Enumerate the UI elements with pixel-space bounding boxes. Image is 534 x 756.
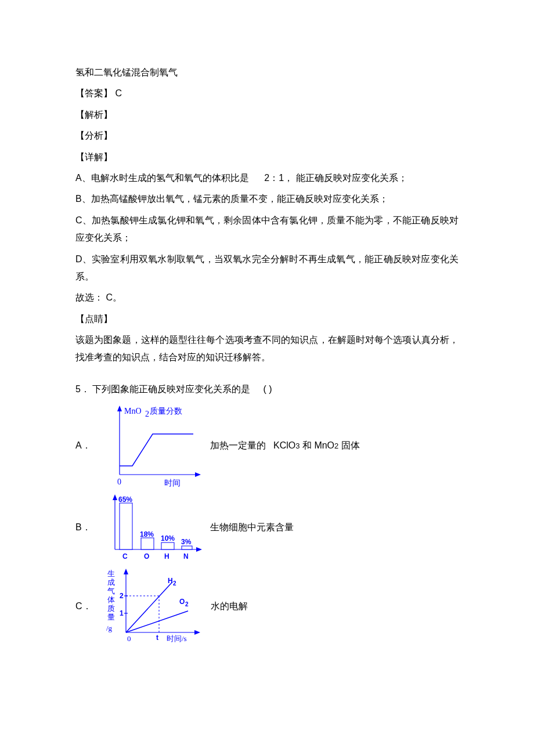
q5-option-b: B． 65% 18% 10% 3% C O H N 生物细胞中元素含量 bbox=[75, 492, 459, 563]
svg-text:3%: 3% bbox=[181, 538, 192, 546]
explain-d-text: D、实验室利用双氧水制取氧气，当双氧水完全分解时不再生成氧气，能正确反映对应变化… bbox=[75, 254, 459, 281]
svg-rect-13 bbox=[120, 503, 132, 549]
answer-line: 【答案】 C bbox=[75, 85, 459, 102]
svg-text:2: 2 bbox=[120, 592, 124, 600]
opt-a-kclo3-sub: 3 bbox=[295, 442, 300, 450]
svg-rect-15 bbox=[141, 538, 154, 549]
chart-b: 65% 18% 10% 3% C O H N bbox=[103, 492, 205, 563]
option-a-text: 加热一定量的 KClO3 和 MnO2 固体 bbox=[210, 437, 360, 454]
svg-text:成: 成 bbox=[107, 578, 115, 587]
svg-marker-10 bbox=[113, 494, 117, 500]
svg-text:O: O bbox=[179, 598, 185, 606]
svg-marker-12 bbox=[196, 547, 202, 552]
svg-rect-19 bbox=[182, 546, 192, 549]
svg-text:气: 气 bbox=[107, 587, 115, 595]
opt-a-mno2-sub: 2 bbox=[334, 442, 338, 450]
svg-text:2: 2 bbox=[173, 580, 176, 587]
opt-a-kclo3: KClO bbox=[273, 440, 295, 450]
svg-text:体: 体 bbox=[107, 595, 115, 604]
option-letter-b: B． bbox=[75, 519, 91, 536]
svg-text:O: O bbox=[144, 552, 149, 560]
answer-label: 【答案】 bbox=[75, 88, 113, 98]
fenxi-label: 【分析】 bbox=[75, 127, 459, 144]
q5-option-c: C． 生 成 气 体 质 量 /g 1 2 bbox=[75, 565, 459, 648]
choose-line: 故选： C。 bbox=[75, 289, 459, 306]
explain-a-ratio: 2：1， bbox=[264, 173, 293, 183]
svg-text:时间: 时间 bbox=[164, 479, 181, 487]
explain-c-text: C、加热氯酸钾生成氯化钾和氧气，剩余固体中含有氯化钾，质量不能为零，不能正确反映… bbox=[75, 215, 459, 243]
svg-text:质: 质 bbox=[107, 604, 115, 613]
svg-text:t: t bbox=[156, 634, 158, 642]
q5-stem: 5． 下列图象能正确反映对应变化关系的是 ( ) bbox=[75, 381, 459, 398]
svg-marker-1 bbox=[117, 406, 122, 411]
svg-text:65%: 65% bbox=[118, 495, 132, 504]
answer-value: C bbox=[115, 88, 122, 98]
svg-text:18%: 18% bbox=[140, 530, 154, 538]
svg-text:C: C bbox=[122, 552, 128, 560]
option-letter-a: A． bbox=[75, 437, 91, 454]
svg-marker-33 bbox=[124, 569, 128, 574]
explain-c: C、加热氯酸钾生成氯化钾和氧气，剩余固体中含有氯化钾，质量不能为零，不能正确反映… bbox=[75, 212, 459, 247]
explain-b: B、加热高锰酸钾放出氧气，锰元素的质量不变，能正确反映对应变化关系； bbox=[75, 190, 459, 208]
option-letter-c: C． bbox=[75, 598, 92, 615]
svg-marker-3 bbox=[195, 472, 201, 477]
svg-text:0: 0 bbox=[127, 634, 131, 643]
svg-text:10%: 10% bbox=[161, 534, 175, 542]
svg-rect-17 bbox=[161, 542, 174, 549]
explain-a: A、电解水时生成的氢气和氧气的体积比是 2：1， 能正确反映对应变化关系； bbox=[75, 169, 459, 187]
intro-continuation: 氢和二氧化锰混合制氧气 bbox=[75, 64, 459, 81]
svg-text:/g: /g bbox=[106, 624, 113, 632]
svg-text:N: N bbox=[183, 552, 189, 560]
svg-text:1: 1 bbox=[120, 609, 124, 617]
q5-paren: ( ) bbox=[264, 384, 272, 394]
choose-value: C。 bbox=[106, 292, 122, 302]
q5-stem-text: 下列图象能正确反映对应变化关系的是 bbox=[92, 384, 250, 394]
dianjing-label: 【点睛】 bbox=[75, 310, 459, 328]
svg-marker-35 bbox=[194, 630, 200, 635]
svg-text:生: 生 bbox=[107, 569, 115, 578]
svg-text:H: H bbox=[168, 577, 173, 585]
opt-a-solid: 固体 bbox=[341, 440, 360, 450]
q5-number: 5． bbox=[75, 384, 90, 394]
chart-a: MnO 2 质量分数 0 时间 bbox=[103, 401, 205, 490]
choose-label: 故选： bbox=[75, 292, 103, 302]
opt-a-mno2: MnO bbox=[314, 440, 334, 450]
analysis-label: 【解析】 bbox=[75, 106, 459, 124]
svg-text:质量分数: 质量分数 bbox=[150, 407, 182, 415]
dianjing-text: 该题为图象题，这样的题型往往每个选项考查不同的知识点，在解题时对每个选项认真分析… bbox=[75, 331, 459, 367]
svg-text:MnO: MnO bbox=[124, 407, 142, 415]
opt-a-pre: 加热一定量的 bbox=[210, 440, 266, 450]
opt-a-and: 和 bbox=[302, 440, 312, 450]
detail-label: 【详解】 bbox=[75, 149, 459, 166]
q5-option-a: A． MnO 2 质量分数 0 时间 加热一定量的 KClO3 和 MnO2 固… bbox=[75, 401, 459, 490]
explain-a-tail: 能正确反映对应变化关系； bbox=[296, 173, 407, 183]
svg-text:H: H bbox=[164, 552, 169, 560]
svg-text:量: 量 bbox=[107, 613, 115, 621]
explain-a-head: A、电解水时生成的氢气和氧气的体积比是 bbox=[75, 173, 249, 183]
svg-text:2: 2 bbox=[145, 410, 149, 418]
svg-text:0: 0 bbox=[117, 478, 121, 486]
option-b-text: 生物细胞中元素含量 bbox=[210, 519, 294, 536]
chart-c: 生 成 气 体 质 量 /g 1 2 H2 bbox=[103, 565, 206, 648]
explain-b-text: B、加热高锰酸钾放出氧气，锰元素的质量不变，能正确反映对应变化关系； bbox=[75, 194, 388, 204]
explain-d: D、实验室利用双氧水制取氧气，当双氧水完全分解时不再生成氧气，能正确反映对应变化… bbox=[75, 251, 459, 286]
svg-text:时间/s: 时间/s bbox=[167, 634, 187, 643]
option-c-text: 水的电解 bbox=[211, 598, 248, 615]
svg-text:2: 2 bbox=[185, 601, 189, 607]
